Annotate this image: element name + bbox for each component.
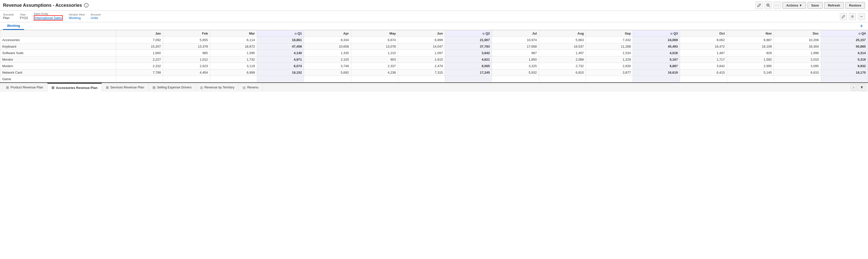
cell-jun[interactable]	[398, 76, 445, 82]
cell-q4[interactable]: 25,157	[821, 37, 868, 43]
table-row[interactable]: Software Suite1,6608851,5954,1401,3351,2…	[0, 50, 868, 57]
cell-aug[interactable]: 1,497	[539, 50, 586, 57]
bottom-tab-revenu[interactable]: ◎ Revenu	[239, 83, 263, 91]
cell-nov[interactable]: 5,145	[727, 69, 774, 76]
cell-q3[interactable]: 5,167	[633, 57, 680, 63]
cell-aug[interactable]	[539, 76, 586, 82]
cell-jul[interactable]: 3,325	[492, 63, 539, 69]
cell-q4[interactable]: 9,932	[821, 63, 868, 69]
cell-feb[interactable]: 1,012	[163, 57, 210, 63]
cell-nov[interactable]: 829	[727, 50, 774, 57]
cell-dec[interactable]: 6,610	[774, 69, 821, 76]
cell-may[interactable]: 903	[351, 57, 398, 63]
cell-q4[interactable]: 4,314	[821, 50, 868, 57]
cell-jun[interactable]: 14,047	[398, 43, 445, 50]
cell-jan[interactable]: 1,660	[116, 50, 163, 57]
gear-filter-icon[interactable]	[849, 13, 856, 20]
search-zoom-icon-btn[interactable]	[765, 1, 772, 9]
cell-dec[interactable]: 3,095	[774, 63, 821, 69]
cell-jun[interactable]: 1,097	[398, 50, 445, 57]
sales-entity-filter[interactable]: Sales Entity International Sales	[34, 12, 63, 21]
cell-sep[interactable]: 2,830	[586, 63, 633, 69]
sales-entity-value[interactable]: International Sales	[34, 15, 63, 21]
cell-q2[interactable]: 37,783	[445, 43, 492, 50]
refresh-button[interactable]: Refresh	[824, 2, 844, 9]
cell-feb[interactable]: 4,454	[163, 69, 210, 76]
cell-q3[interactable]: 24,069	[633, 37, 680, 43]
cell-oct[interactable]: 1,717	[680, 57, 727, 63]
cell-q4[interactable]: 50,885	[821, 43, 868, 50]
cell-apr[interactable]: 10,658	[304, 43, 351, 50]
cell-q4[interactable]	[821, 76, 868, 82]
version-filter[interactable]: Version View Working	[69, 13, 85, 20]
cell-aug[interactable]: 2,088	[539, 57, 586, 63]
cell-dec[interactable]: 10,208	[774, 37, 821, 43]
cell-aug[interactable]: 6,810	[539, 69, 586, 76]
cell-mar[interactable]: 1,595	[210, 50, 257, 57]
actions-button[interactable]: Actions ▼	[782, 2, 806, 9]
cell-apr[interactable]: 8,334	[304, 37, 351, 43]
table-row[interactable]: Modem2,3322,6233,1198,0743,7492,3372,479…	[0, 63, 868, 69]
cell-sep[interactable]: 1,229	[586, 57, 633, 63]
cell-jul[interactable]: 1,850	[492, 57, 539, 63]
cell-oct[interactable]: 8,062	[680, 37, 727, 43]
cell-q1[interactable]: 19,152	[257, 69, 304, 76]
cell-nov[interactable]	[727, 76, 774, 82]
table-row[interactable]: Network Card7,7994,4546,89919,1525,6924,…	[0, 69, 868, 76]
bottom-tab-product-revenue-plan[interactable]: ⊞ Product Revenue Plan	[2, 83, 48, 91]
cell-q3[interactable]: 4,018	[633, 50, 680, 57]
restore-button[interactable]: Restore	[845, 2, 865, 9]
cell-sep[interactable]: 7,432	[586, 37, 633, 43]
cell-q1[interactable]: 47,458	[257, 43, 304, 50]
tab-add-button[interactable]: +	[858, 23, 865, 29]
edit-filter-icon[interactable]	[840, 13, 847, 20]
cell-feb[interactable]: 885	[163, 50, 210, 57]
cell-jan[interactable]: 2,332	[116, 63, 163, 69]
q4-collapse-icon[interactable]: ⊟	[859, 32, 861, 35]
cell-jul[interactable]: 5,932	[492, 69, 539, 76]
account-filter[interactable]: Account Units	[91, 13, 101, 20]
cell-jun[interactable]: 6,899	[398, 37, 445, 43]
edit-icon-btn[interactable]	[755, 1, 763, 9]
tab-working[interactable]: Working	[3, 22, 24, 30]
cell-mar[interactable]: 6,114	[210, 37, 257, 43]
cell-sep[interactable]: 3,877	[586, 69, 633, 76]
cell-nov[interactable]: 18,109	[727, 43, 774, 50]
cell-nov[interactable]: 2,995	[727, 63, 774, 69]
cell-mar[interactable]: 18,872	[210, 43, 257, 50]
cell-sep[interactable]: 1,534	[586, 50, 633, 57]
table-row[interactable]: Monitor2,2271,0121,7324,9712,1039031,615…	[0, 57, 868, 63]
cell-feb[interactable]: 5,655	[163, 37, 210, 43]
scroll-right-button[interactable]: ›	[851, 84, 857, 91]
cell-jun[interactable]: 2,479	[398, 63, 445, 69]
cell-sep[interactable]	[586, 76, 633, 82]
cell-q4[interactable]: 18,170	[821, 69, 868, 76]
cell-jul[interactable]: 987	[492, 50, 539, 57]
cell-apr[interactable]: 1,335	[304, 50, 351, 57]
cell-q1[interactable]: 4,971	[257, 57, 304, 63]
cell-may[interactable]	[351, 76, 398, 82]
cell-apr[interactable]: 3,749	[304, 63, 351, 69]
cell-jun[interactable]: 7,315	[398, 69, 445, 76]
table-row[interactable]: Keyboard15,20713,37918,87247,45810,65813…	[0, 43, 868, 50]
cell-may[interactable]: 1,210	[351, 50, 398, 57]
cell-apr[interactable]: 2,103	[304, 57, 351, 63]
cell-dec[interactable]	[774, 76, 821, 82]
cell-q2[interactable]: 4,621	[445, 57, 492, 63]
cell-aug[interactable]: 2,732	[539, 63, 586, 69]
cell-jan[interactable]: 7,092	[116, 37, 163, 43]
cell-q3[interactable]: 8,887	[633, 63, 680, 69]
cell-oct[interactable]: 3,842	[680, 63, 727, 69]
cell-mar[interactable]: 3,119	[210, 63, 257, 69]
cell-q3[interactable]: 45,493	[633, 43, 680, 50]
cell-aug[interactable]: 16,537	[539, 43, 586, 50]
collapse-filter-icon[interactable]	[858, 13, 865, 20]
cell-aug[interactable]: 5,663	[539, 37, 586, 43]
info-icon[interactable]: i	[84, 3, 89, 7]
cell-q2[interactable]: 17,245	[445, 69, 492, 76]
q3-collapse-icon[interactable]: ⊟	[670, 32, 672, 35]
cell-mar[interactable]	[210, 76, 257, 82]
cell-q1[interactable]: 4,140	[257, 50, 304, 57]
scroll-down-button[interactable]: ▼	[858, 84, 866, 91]
cell-may[interactable]: 13,078	[351, 43, 398, 50]
